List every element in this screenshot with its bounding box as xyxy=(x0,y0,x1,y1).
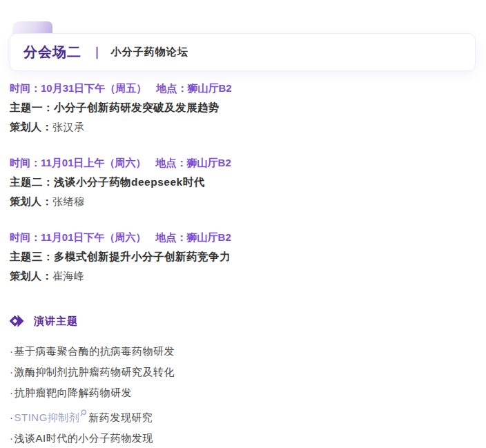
time-value: 10月31日下午（周五） xyxy=(41,82,146,94)
topic-label: 主题二： xyxy=(10,176,54,188)
session-planner: 策划人：崔海峰 xyxy=(10,266,476,286)
location-value: 狮山厅B2 xyxy=(187,231,231,243)
planner-label: 策划人： xyxy=(10,195,52,207)
header-divider: ｜ xyxy=(91,44,103,60)
agenda-page: 分会场二 ｜ 小分子药物论坛 时间：10月31日下午（周五）地点：狮山厅B2 主… xyxy=(0,0,486,448)
session-planner: 策划人：张汉承 xyxy=(10,117,476,137)
speech-topic-list: ·基于病毒聚合酶的抗病毒药物研发 ·激酶抑制剂抗肿瘤药物研究及转化 ·抗肿瘤靶向… xyxy=(10,341,476,448)
time-label: 时间： xyxy=(10,82,41,94)
session-planner: 策划人：张绪穆 xyxy=(10,192,476,211)
time-label: 时间： xyxy=(10,231,41,243)
list-item-sting: ·STING抑制剂新药发现研究 xyxy=(10,403,476,428)
topics-heading-label: 演讲主题 xyxy=(34,315,78,328)
agenda-content: 时间：10月31日下午（周五）地点：狮山厅B2 主题一：小分子创新药研发突破及发… xyxy=(10,79,476,448)
planner-label: 策划人： xyxy=(10,121,52,133)
session-block-1: 时间：10月31日下午（周五）地点：狮山厅B2 主题一：小分子创新药研发突破及发… xyxy=(10,79,476,137)
location-label: 地点： xyxy=(156,82,187,94)
session-block-2: 时间：11月01日上午（周六）地点：狮山厅B2 主题二：浅谈小分子药物deeps… xyxy=(10,153,476,211)
session-title: 分会场二 xyxy=(23,43,81,61)
time-label: 时间： xyxy=(10,157,41,168)
planner-name: 崔海峰 xyxy=(52,270,85,282)
session-topic: 主题二：浅谈小分子药物deepseek时代 xyxy=(10,173,476,192)
bullet: · xyxy=(10,345,14,357)
session-topic: 主题一：小分子创新药研发突破及发展趋势 xyxy=(10,98,476,117)
bullet: · xyxy=(10,366,14,378)
topic-text: 激酶抑制剂抗肿瘤药物研究及转化 xyxy=(14,366,175,378)
planner-label: 策划人： xyxy=(10,270,52,282)
planner-name: 张绪穆 xyxy=(52,195,85,207)
session-header-card: 分会场二 ｜ 小分子药物论坛 xyxy=(10,33,476,71)
topics-section-heading: 演讲主题 xyxy=(10,313,476,329)
list-item: ·基于病毒聚合酶的抗病毒药物研发 xyxy=(10,341,476,362)
list-item: ·浅谈AI时代的小分子药物发现 xyxy=(10,428,476,448)
topic-text: 新药发现研究 xyxy=(88,411,153,423)
location-label: 地点： xyxy=(156,231,187,243)
session-meta: 时间：11月01日上午（周六）地点：狮山厅B2 xyxy=(10,153,476,173)
search-lookup-icon[interactable] xyxy=(80,403,88,411)
topic-value: 浅谈小分子药物deepseek时代 xyxy=(54,176,205,188)
session-meta: 时间：11月01日下午（周六）地点：狮山厅B2 xyxy=(10,228,476,247)
planner-name: 张汉承 xyxy=(52,121,85,133)
session-block-3: 时间：11月01日下午（周六）地点：狮山厅B2 主题三：多模式创新提升小分子创新… xyxy=(10,228,476,286)
time-value: 11月01日下午（周六） xyxy=(41,231,146,243)
list-item: ·抗肿瘤靶向降解药物研发 xyxy=(10,382,476,403)
time-value: 11月01日上午（周六） xyxy=(41,157,146,168)
bullet: · xyxy=(10,432,14,444)
topic-text: 抗肿瘤靶向降解药物研发 xyxy=(14,387,133,398)
topic-value: 小分子创新药研发突破及发展趋势 xyxy=(54,101,220,113)
location-value: 狮山厅B2 xyxy=(187,157,231,168)
session-topic: 主题三：多模式创新提升小分子创新药竞争力 xyxy=(10,247,476,266)
topic-label: 主题三： xyxy=(10,251,54,262)
bullet: · xyxy=(10,387,14,398)
fast-forward-diamond-icon xyxy=(10,313,26,329)
sting-highlighted-text: STING抑制剂 xyxy=(14,411,80,423)
session-meta: 时间：10月31日下午（周五）地点：狮山厅B2 xyxy=(10,79,476,98)
topic-value: 多模式创新提升小分子创新药竞争力 xyxy=(54,251,231,262)
topic-label: 主题一： xyxy=(10,101,54,113)
topic-text: 基于病毒聚合酶的抗病毒药物研发 xyxy=(14,345,175,357)
topic-text: 浅谈AI时代的小分子药物发现 xyxy=(14,432,153,444)
location-label: 地点： xyxy=(156,157,187,168)
location-value: 狮山厅B2 xyxy=(187,82,231,94)
forum-title: 小分子药物论坛 xyxy=(111,46,188,59)
list-item: ·激酶抑制剂抗肿瘤药物研究及转化 xyxy=(10,362,476,382)
bullet: · xyxy=(10,411,14,423)
